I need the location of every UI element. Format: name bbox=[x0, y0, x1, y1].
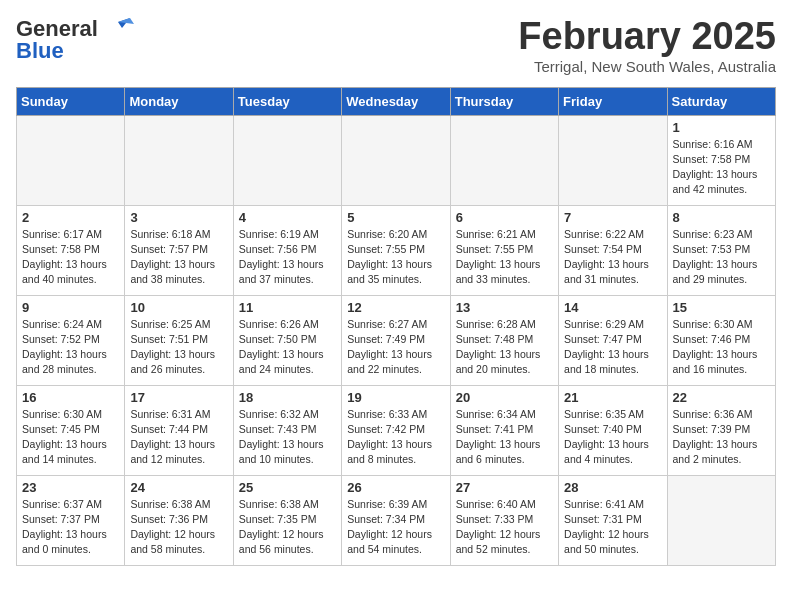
calendar-week-row: 2Sunrise: 6:17 AM Sunset: 7:58 PM Daylig… bbox=[17, 205, 776, 295]
calendar-cell: 21Sunrise: 6:35 AM Sunset: 7:40 PM Dayli… bbox=[559, 385, 667, 475]
calendar-cell: 22Sunrise: 6:36 AM Sunset: 7:39 PM Dayli… bbox=[667, 385, 775, 475]
day-info: Sunrise: 6:32 AM Sunset: 7:43 PM Dayligh… bbox=[239, 407, 336, 468]
calendar-cell: 11Sunrise: 6:26 AM Sunset: 7:50 PM Dayli… bbox=[233, 295, 341, 385]
day-number: 4 bbox=[239, 210, 336, 225]
logo-blue-text: Blue bbox=[16, 38, 64, 64]
day-number: 25 bbox=[239, 480, 336, 495]
day-number: 8 bbox=[673, 210, 770, 225]
calendar-cell: 5Sunrise: 6:20 AM Sunset: 7:55 PM Daylig… bbox=[342, 205, 450, 295]
calendar-cell: 28Sunrise: 6:41 AM Sunset: 7:31 PM Dayli… bbox=[559, 475, 667, 565]
day-number: 11 bbox=[239, 300, 336, 315]
calendar-cell bbox=[450, 115, 558, 205]
calendar-cell: 4Sunrise: 6:19 AM Sunset: 7:56 PM Daylig… bbox=[233, 205, 341, 295]
day-info: Sunrise: 6:38 AM Sunset: 7:36 PM Dayligh… bbox=[130, 497, 227, 558]
day-number: 10 bbox=[130, 300, 227, 315]
calendar-cell: 10Sunrise: 6:25 AM Sunset: 7:51 PM Dayli… bbox=[125, 295, 233, 385]
day-number: 19 bbox=[347, 390, 444, 405]
day-info: Sunrise: 6:21 AM Sunset: 7:55 PM Dayligh… bbox=[456, 227, 553, 288]
calendar-cell: 18Sunrise: 6:32 AM Sunset: 7:43 PM Dayli… bbox=[233, 385, 341, 475]
day-number: 18 bbox=[239, 390, 336, 405]
calendar-cell: 3Sunrise: 6:18 AM Sunset: 7:57 PM Daylig… bbox=[125, 205, 233, 295]
day-info: Sunrise: 6:35 AM Sunset: 7:40 PM Dayligh… bbox=[564, 407, 661, 468]
day-info: Sunrise: 6:38 AM Sunset: 7:35 PM Dayligh… bbox=[239, 497, 336, 558]
calendar-cell: 13Sunrise: 6:28 AM Sunset: 7:48 PM Dayli… bbox=[450, 295, 558, 385]
day-number: 23 bbox=[22, 480, 119, 495]
day-info: Sunrise: 6:26 AM Sunset: 7:50 PM Dayligh… bbox=[239, 317, 336, 378]
day-info: Sunrise: 6:29 AM Sunset: 7:47 PM Dayligh… bbox=[564, 317, 661, 378]
calendar-cell bbox=[342, 115, 450, 205]
weekday-header-tuesday: Tuesday bbox=[233, 87, 341, 115]
calendar-cell: 2Sunrise: 6:17 AM Sunset: 7:58 PM Daylig… bbox=[17, 205, 125, 295]
calendar-cell bbox=[233, 115, 341, 205]
calendar-cell: 27Sunrise: 6:40 AM Sunset: 7:33 PM Dayli… bbox=[450, 475, 558, 565]
calendar-header-row: SundayMondayTuesdayWednesdayThursdayFrid… bbox=[17, 87, 776, 115]
calendar-week-row: 23Sunrise: 6:37 AM Sunset: 7:37 PM Dayli… bbox=[17, 475, 776, 565]
location-text: Terrigal, New South Wales, Australia bbox=[518, 58, 776, 75]
day-info: Sunrise: 6:31 AM Sunset: 7:44 PM Dayligh… bbox=[130, 407, 227, 468]
day-number: 21 bbox=[564, 390, 661, 405]
day-info: Sunrise: 6:28 AM Sunset: 7:48 PM Dayligh… bbox=[456, 317, 553, 378]
day-number: 2 bbox=[22, 210, 119, 225]
calendar-cell bbox=[559, 115, 667, 205]
day-number: 26 bbox=[347, 480, 444, 495]
calendar-week-row: 9Sunrise: 6:24 AM Sunset: 7:52 PM Daylig… bbox=[17, 295, 776, 385]
title-block: February 2025 Terrigal, New South Wales,… bbox=[518, 16, 776, 75]
logo: General Blue bbox=[16, 16, 134, 64]
weekday-header-saturday: Saturday bbox=[667, 87, 775, 115]
day-info: Sunrise: 6:27 AM Sunset: 7:49 PM Dayligh… bbox=[347, 317, 444, 378]
calendar-cell: 26Sunrise: 6:39 AM Sunset: 7:34 PM Dayli… bbox=[342, 475, 450, 565]
calendar-week-row: 1Sunrise: 6:16 AM Sunset: 7:58 PM Daylig… bbox=[17, 115, 776, 205]
weekday-header-sunday: Sunday bbox=[17, 87, 125, 115]
day-number: 3 bbox=[130, 210, 227, 225]
day-number: 12 bbox=[347, 300, 444, 315]
day-number: 14 bbox=[564, 300, 661, 315]
day-info: Sunrise: 6:30 AM Sunset: 7:46 PM Dayligh… bbox=[673, 317, 770, 378]
day-info: Sunrise: 6:37 AM Sunset: 7:37 PM Dayligh… bbox=[22, 497, 119, 558]
calendar-cell: 17Sunrise: 6:31 AM Sunset: 7:44 PM Dayli… bbox=[125, 385, 233, 475]
day-number: 13 bbox=[456, 300, 553, 315]
calendar-cell bbox=[125, 115, 233, 205]
day-number: 16 bbox=[22, 390, 119, 405]
logo-bird-icon bbox=[102, 18, 134, 40]
day-info: Sunrise: 6:24 AM Sunset: 7:52 PM Dayligh… bbox=[22, 317, 119, 378]
calendar-cell: 1Sunrise: 6:16 AM Sunset: 7:58 PM Daylig… bbox=[667, 115, 775, 205]
calendar-cell bbox=[667, 475, 775, 565]
day-info: Sunrise: 6:23 AM Sunset: 7:53 PM Dayligh… bbox=[673, 227, 770, 288]
day-info: Sunrise: 6:19 AM Sunset: 7:56 PM Dayligh… bbox=[239, 227, 336, 288]
day-number: 5 bbox=[347, 210, 444, 225]
calendar-cell: 19Sunrise: 6:33 AM Sunset: 7:42 PM Dayli… bbox=[342, 385, 450, 475]
weekday-header-thursday: Thursday bbox=[450, 87, 558, 115]
day-info: Sunrise: 6:22 AM Sunset: 7:54 PM Dayligh… bbox=[564, 227, 661, 288]
day-number: 27 bbox=[456, 480, 553, 495]
day-info: Sunrise: 6:39 AM Sunset: 7:34 PM Dayligh… bbox=[347, 497, 444, 558]
day-info: Sunrise: 6:33 AM Sunset: 7:42 PM Dayligh… bbox=[347, 407, 444, 468]
calendar-cell: 24Sunrise: 6:38 AM Sunset: 7:36 PM Dayli… bbox=[125, 475, 233, 565]
day-info: Sunrise: 6:36 AM Sunset: 7:39 PM Dayligh… bbox=[673, 407, 770, 468]
day-number: 17 bbox=[130, 390, 227, 405]
calendar-cell: 20Sunrise: 6:34 AM Sunset: 7:41 PM Dayli… bbox=[450, 385, 558, 475]
day-number: 1 bbox=[673, 120, 770, 135]
calendar-week-row: 16Sunrise: 6:30 AM Sunset: 7:45 PM Dayli… bbox=[17, 385, 776, 475]
day-info: Sunrise: 6:30 AM Sunset: 7:45 PM Dayligh… bbox=[22, 407, 119, 468]
day-info: Sunrise: 6:34 AM Sunset: 7:41 PM Dayligh… bbox=[456, 407, 553, 468]
calendar-cell: 16Sunrise: 6:30 AM Sunset: 7:45 PM Dayli… bbox=[17, 385, 125, 475]
day-info: Sunrise: 6:40 AM Sunset: 7:33 PM Dayligh… bbox=[456, 497, 553, 558]
day-number: 28 bbox=[564, 480, 661, 495]
day-info: Sunrise: 6:17 AM Sunset: 7:58 PM Dayligh… bbox=[22, 227, 119, 288]
day-info: Sunrise: 6:25 AM Sunset: 7:51 PM Dayligh… bbox=[130, 317, 227, 378]
weekday-header-monday: Monday bbox=[125, 87, 233, 115]
calendar-cell: 12Sunrise: 6:27 AM Sunset: 7:49 PM Dayli… bbox=[342, 295, 450, 385]
day-number: 7 bbox=[564, 210, 661, 225]
calendar-cell: 7Sunrise: 6:22 AM Sunset: 7:54 PM Daylig… bbox=[559, 205, 667, 295]
calendar-table: SundayMondayTuesdayWednesdayThursdayFrid… bbox=[16, 87, 776, 566]
month-title: February 2025 bbox=[518, 16, 776, 58]
calendar-cell: 25Sunrise: 6:38 AM Sunset: 7:35 PM Dayli… bbox=[233, 475, 341, 565]
day-info: Sunrise: 6:41 AM Sunset: 7:31 PM Dayligh… bbox=[564, 497, 661, 558]
calendar-cell: 14Sunrise: 6:29 AM Sunset: 7:47 PM Dayli… bbox=[559, 295, 667, 385]
page-header: General Blue February 2025 Terrigal, New… bbox=[16, 16, 776, 75]
calendar-cell: 8Sunrise: 6:23 AM Sunset: 7:53 PM Daylig… bbox=[667, 205, 775, 295]
calendar-cell bbox=[17, 115, 125, 205]
day-info: Sunrise: 6:16 AM Sunset: 7:58 PM Dayligh… bbox=[673, 137, 770, 198]
weekday-header-wednesday: Wednesday bbox=[342, 87, 450, 115]
weekday-header-friday: Friday bbox=[559, 87, 667, 115]
